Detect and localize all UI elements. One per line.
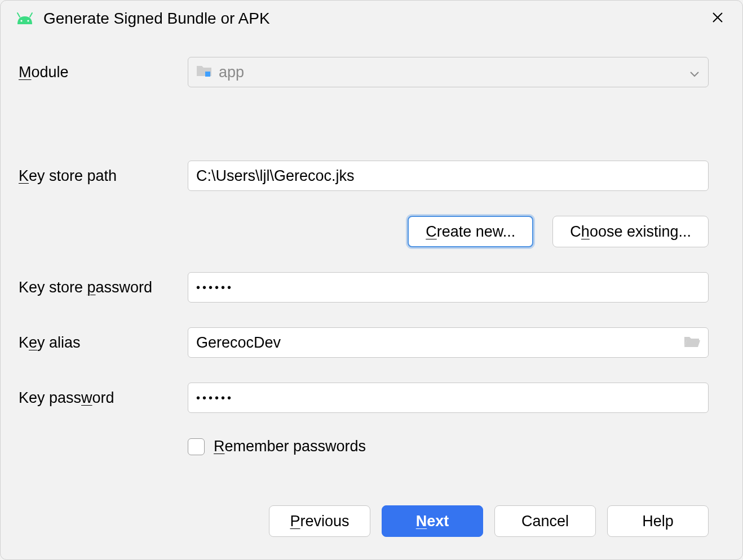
svg-point-1 — [27, 20, 29, 21]
svg-line-3 — [30, 13, 32, 17]
chevron-down-icon — [690, 64, 699, 81]
module-select[interactable]: app — [188, 57, 709, 87]
svg-rect-6 — [205, 72, 210, 77]
key-alias-input[interactable] — [188, 327, 709, 358]
remember-passwords-label: Remember passwords — [214, 438, 366, 455]
key-alias-label: Key alias — [19, 334, 188, 352]
dialog-title: Generate Signed Bundle or APK — [43, 10, 698, 28]
remember-passwords-checkbox[interactable] — [188, 438, 205, 455]
key-password-label: Key password — [19, 389, 188, 407]
help-button[interactable]: Help — [607, 505, 709, 537]
keystore-path-label: Key store path — [19, 167, 188, 185]
keystore-path-row: Key store path — [19, 161, 709, 191]
module-folder-icon — [196, 64, 212, 81]
svg-point-0 — [20, 20, 22, 21]
remember-passwords-row: Remember passwords — [19, 438, 709, 455]
module-label: Module — [19, 64, 188, 81]
module-selected-value: app — [219, 64, 244, 81]
create-new-button[interactable]: Create new... — [408, 216, 533, 247]
generate-signed-bundle-dialog: Generate Signed Bundle or APK Module — [0, 0, 743, 560]
dialog-body: Module app Key store path Create new... — [1, 37, 742, 505]
close-icon — [711, 10, 724, 28]
close-button[interactable] — [707, 8, 728, 29]
key-password-row: Key password — [19, 383, 709, 413]
svg-line-2 — [17, 13, 20, 17]
keystore-password-row: Key store password — [19, 272, 709, 303]
keystore-buttons-row: Create new... Choose existing... — [19, 216, 709, 247]
key-password-input[interactable] — [188, 383, 709, 413]
previous-button[interactable]: Previous — [269, 505, 370, 537]
keystore-path-input[interactable] — [188, 161, 709, 191]
dialog-footer: Previous Next Cancel Help — [1, 505, 742, 559]
next-button[interactable]: Next — [382, 505, 483, 537]
android-icon — [15, 12, 34, 25]
choose-existing-button[interactable]: Choose existing... — [552, 216, 709, 247]
titlebar: Generate Signed Bundle or APK — [1, 1, 742, 37]
cancel-button[interactable]: Cancel — [494, 505, 596, 537]
key-alias-row: Key alias — [19, 327, 709, 358]
folder-open-icon[interactable] — [684, 335, 701, 350]
keystore-password-label: Key store password — [19, 279, 188, 296]
keystore-password-input[interactable] — [188, 272, 709, 303]
module-row: Module app — [19, 57, 709, 87]
